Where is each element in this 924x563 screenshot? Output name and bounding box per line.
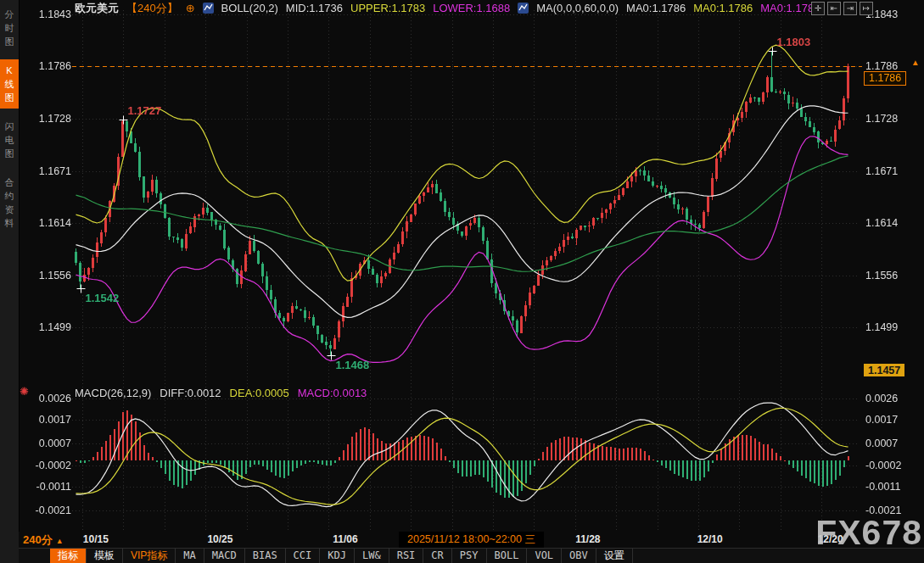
sidebar-item-kline-chart[interactable]: K线图 (0, 59, 19, 109)
axis-label: 1.1786 (25, 60, 71, 73)
bottom-tab[interactable]: MACD (204, 549, 245, 563)
bottom-tab[interactable]: VIP指标 (123, 549, 176, 563)
macd-dea-value: DEA:0.0005 (230, 387, 289, 399)
left-sidebar: 分时图K线图闪电图合约资料 (0, 0, 20, 563)
axis-label: -0.0011 (25, 481, 71, 493)
axis-label: -0.0002 (865, 460, 921, 472)
bottom-tab[interactable]: PSY (452, 549, 487, 563)
sidebar-item-time-chart[interactable]: 分时图 (0, 3, 19, 53)
period-selector[interactable]: 240分▲ (23, 532, 64, 548)
price-annotation: 1.1542 (86, 292, 120, 304)
bottom-tab[interactable]: RSI (389, 549, 424, 563)
sidebar-item-contract-info[interactable]: 合约资料 (0, 171, 19, 234)
indicator-tab-bar: 指标模板VIP指标MAMACDBIASCCIKDJLW&RSICRPSYBOLL… (19, 548, 924, 563)
hover-time-tooltip: 2025/11/12 18:00~22:00 三 (399, 532, 544, 548)
axis-label: 0.0017 (865, 414, 921, 426)
axis-label: 1.1843 (865, 8, 921, 21)
axis-label: -0.0011 (865, 481, 921, 493)
price-annotation: 1.1727 (128, 104, 162, 117)
axis-label: -0.0002 (25, 460, 71, 472)
bottom-tab[interactable]: 设置 (596, 549, 633, 563)
time-axis: 240分▲ 10/1510/2511/0611/2812/1012/20 202… (19, 532, 924, 548)
macd-diff-value: DIFF:0.0012 (160, 387, 221, 399)
boll-lower-value: LOWER:1.1688 (433, 2, 510, 14)
chart-plot-area[interactable] (72, 8, 860, 532)
boll-params: BOLL(20,2) (221, 2, 278, 14)
axis-label: 1.1728 (865, 113, 921, 125)
axis-label: 0.0017 (25, 414, 71, 426)
bottom-tab[interactable]: BOLL (487, 549, 528, 563)
add-indicator-icon[interactable]: ⊕ (186, 2, 195, 14)
ma-indicator-icon (518, 3, 529, 14)
shift-right-icon[interactable]: ↦ (860, 2, 873, 15)
bottom-tab[interactable]: OBV (562, 549, 596, 563)
axis-label: -0.0021 (25, 504, 71, 517)
price-annotation: 1.1803 (777, 36, 811, 48)
period-label[interactable]: 【240分】 (126, 1, 178, 16)
ma0-value-1: MA0:1.1786 (626, 2, 686, 14)
current-price-tag: 1.1786 (864, 71, 906, 86)
axis-label: 1.1614 (25, 217, 71, 230)
pan-icon[interactable]: ✛ (811, 2, 825, 15)
scale-right-icon[interactable]: ⇥ (843, 2, 857, 15)
bottom-tab[interactable]: KDJ (320, 549, 355, 563)
date-label: 11/28 (575, 533, 600, 545)
date-label: 10/15 (83, 533, 109, 545)
bottom-tab[interactable]: CCI (286, 549, 321, 563)
boll-mid-value: MID:1.1736 (286, 2, 343, 14)
axis-label: 1.1556 (865, 270, 921, 282)
axis-label: 1.1671 (25, 165, 71, 178)
bottom-tab[interactable]: LW& (355, 549, 389, 563)
axis-label: 0.0026 (25, 393, 71, 405)
watermark: FX678 (815, 516, 922, 550)
axis-label: 1.1728 (25, 113, 71, 125)
trading-app-window: 分时图K线图闪电图合约资料 欧元美元 【240分】 ⊕ BOLL(20,2) M… (0, 0, 924, 563)
macd-params: MACD(26,12,9) (75, 387, 151, 399)
session-low-tag: 1.1457 (864, 364, 904, 376)
bottom-tab[interactable]: 模板 (87, 549, 123, 563)
axis-label: 0.0026 (865, 393, 921, 405)
sidebar-item-lightning-chart[interactable]: 闪电图 (0, 115, 19, 164)
axis-label: 1.1671 (865, 165, 921, 178)
date-label: 10/25 (207, 533, 232, 545)
price-annotation: 1.1468 (336, 359, 370, 371)
macd-macd-value: MACD:0.0013 (298, 387, 367, 399)
chart-header: 欧元美元 【240分】 ⊕ BOLL(20,2) MID:1.1736 UPPE… (75, 2, 820, 14)
axis-label: 1.1556 (25, 270, 71, 282)
date-label: 12/10 (697, 533, 723, 545)
axis-label: 1.1614 (865, 217, 921, 230)
macd-header: MACD(26,12,9) DIFF:0.0012 DEA:0.0005 MAC… (75, 387, 367, 399)
indicator-settings-icon[interactable]: ✺ (20, 385, 29, 398)
date-label: 11/06 (333, 533, 357, 545)
bottom-tab[interactable]: CR (423, 549, 451, 563)
chart-tool-buttons: ✛⇤⇥↦ (811, 2, 873, 15)
bottom-tab[interactable]: MA (176, 549, 204, 563)
ma0-value-2: MA0:1.1786 (693, 2, 753, 14)
axis-label: 1.1499 (25, 321, 71, 334)
ma-params: MA(0,0,0,60,0,0) (536, 2, 619, 14)
axis-label: 0.0007 (25, 438, 71, 450)
boll-upper-value: UPPER:1.1783 (350, 2, 425, 14)
instrument-name: 欧元美元 (75, 1, 119, 16)
bottom-tab[interactable]: BIAS (245, 549, 286, 563)
axis-label: 1.1499 (865, 321, 921, 334)
scale-left-icon[interactable]: ⇤ (827, 2, 841, 15)
bottom-tab[interactable]: 指标 (50, 549, 87, 563)
dropdown-arrow-icon: ▲ (56, 537, 64, 545)
bottom-tab[interactable]: VOL (527, 549, 562, 563)
price-up-arrow-icon: ▲ (911, 58, 920, 67)
axis-label: 1.1843 (25, 8, 71, 21)
boll-indicator-icon (203, 3, 214, 14)
axis-label: 0.0007 (865, 438, 921, 450)
